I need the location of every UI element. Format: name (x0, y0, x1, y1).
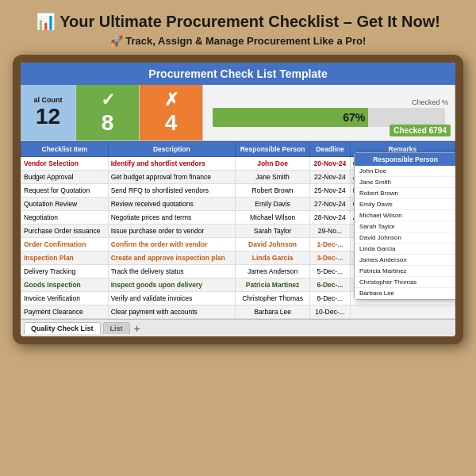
cell-remarks (350, 305, 455, 319)
dropdown-item[interactable]: Robert Brown (355, 188, 455, 199)
subtitle: 🚀 Track, Assign & Manage Procurement Lik… (16, 35, 460, 47)
cell-person: Jane Smith (236, 171, 310, 184)
cell-item: Goods Inspection (21, 278, 109, 292)
add-sheet-button[interactable]: + (134, 322, 140, 335)
col-description: Description (108, 142, 235, 157)
cell-desc: Clear payment with accounts (108, 305, 235, 319)
cell-desc: Verify and validate invoices (108, 292, 235, 305)
cell-person: Linda Garcia (236, 251, 310, 265)
cell-desc: Inspect goods upon delivery (108, 278, 235, 292)
top-banner: 📊 Your Ultimate Procurement Checklist – … (0, 0, 476, 55)
responsible-person-dropdown[interactable]: Responsible Person John DoeJane SmithRob… (354, 152, 455, 300)
cell-item: Quotation Review (21, 198, 109, 211)
cell-deadline: 29-No... (310, 225, 351, 238)
cell-item: Budget Approval (21, 171, 109, 184)
cross-count: 4 (165, 110, 178, 136)
cell-item: Delivery Tracking (21, 265, 109, 278)
dropdown-item[interactable]: Christopher Thomas (355, 277, 455, 288)
cross-symbol: ✗ (164, 90, 178, 110)
dropdown-item[interactable]: Patricia Martinez (355, 266, 455, 277)
checked-cell: ✓ 8 (76, 85, 140, 140)
pct-label: Checked % (412, 98, 448, 106)
dropdown-item[interactable]: Jane Smith (355, 177, 455, 188)
cell-deadline: 28-Nov-24 (310, 211, 351, 225)
cell-person: Christopher Thomas (236, 292, 310, 305)
cell-item: Request for Quotation (21, 184, 109, 198)
cell-person: James Anderson (236, 265, 310, 278)
subtitle-icon: 🚀 (110, 35, 123, 47)
cell-deadline: 20-Nov-24 (310, 157, 351, 171)
cell-deadline: 27-Nov-24 (310, 198, 351, 211)
pct-value: 67% (343, 111, 365, 124)
count-value: 12 (36, 104, 60, 129)
dropdown-item[interactable]: Emily Davis (355, 199, 455, 210)
cell-desc: Create and approve inspection plan (108, 251, 235, 265)
cell-person: Patricia Martinez (236, 278, 310, 292)
cell-person: Robert Brown (236, 184, 310, 198)
table-row: Payment Clearance Clear payment with acc… (21, 305, 455, 319)
checked-badge: Checked 6794 (390, 125, 451, 136)
col-checklist-item: Checklist Item (21, 142, 109, 157)
total-count-cell: al Count 12 (21, 85, 76, 140)
cell-deadline: 25-Nov-24 (310, 184, 351, 198)
cell-item: Invoice Verification (21, 292, 109, 305)
cell-desc: Track the delivery status (108, 265, 235, 278)
summary-row: al Count 12 ✓ 8 ✗ 4 Checked % 67% (21, 85, 455, 141)
check-symbol: ✓ (101, 90, 115, 110)
cell-desc: Confirm the order with vendor (108, 238, 235, 251)
cell-deadline: 6-Dec-... (310, 278, 351, 292)
cell-item: Vendor Selection (21, 157, 109, 171)
tab-list[interactable]: List (103, 322, 130, 334)
check-count: 8 (102, 110, 114, 136)
cell-item: Payment Clearance (21, 305, 109, 319)
spreadsheet-frame: Procurement Check List Template al Count… (13, 55, 463, 344)
cell-deadline: 5-Dec-... (310, 265, 351, 278)
dropdown-header: Responsible Person (355, 153, 455, 166)
cell-person: John Doe (236, 157, 310, 171)
cell-item: Negotiation (21, 211, 109, 225)
cell-person: David Johnson (236, 238, 310, 251)
pct-bar: 67% (213, 108, 368, 127)
sheet-tabs: Quality Check List List + (21, 319, 455, 336)
tab-quality-check-list[interactable]: Quality Check List (24, 322, 101, 334)
cell-desc: Issue purchase order to vendor (108, 225, 235, 238)
cell-deadline: 8-Dec-... (310, 292, 351, 305)
cell-desc: Negotiate prices and terms (108, 211, 235, 225)
cell-item: Order Confirmation (21, 238, 109, 251)
cell-deadline: 22-Nov-24 (310, 171, 351, 184)
cell-deadline: 10-Dec-... (310, 305, 351, 319)
cell-person: Emily Davis (236, 198, 310, 211)
cell-desc: Get budget approval from finance (108, 171, 235, 184)
col-responsible-person: Responsible Person (236, 142, 310, 157)
cell-desc: Identify and shortlist vendors (108, 157, 235, 171)
title-text: Your Ultimate Procurement Checklist – Ge… (60, 13, 440, 30)
cell-deadline: 1-Dec-... (310, 238, 351, 251)
dropdown-item[interactable]: Barbara Lee (355, 288, 455, 299)
dropdown-item[interactable]: David Johnson (355, 232, 455, 244)
dropdown-item[interactable]: John Doe (355, 166, 455, 177)
cell-desc: Send RFQ to shortlisted vendors (108, 184, 235, 198)
dropdown-item[interactable]: Linda Garcia (355, 244, 455, 255)
unchecked-cell: ✗ 4 (140, 85, 203, 140)
cell-item: Purchase Order Issuance (21, 225, 109, 238)
count-label: al Count (34, 96, 63, 104)
cell-person: Barbara Lee (236, 305, 310, 319)
sheet-title: Procurement Check List Template (21, 63, 455, 85)
cell-deadline: 3-Dec-... (310, 251, 351, 265)
cell-person: Sarah Taylor (236, 225, 310, 238)
col-deadline: Deadline (310, 142, 351, 157)
dropdown-item[interactable]: Michael Wilson (355, 210, 455, 221)
cell-desc: Review received quotations (108, 198, 235, 211)
cell-item: Inspection Plan (21, 251, 109, 265)
dropdown-item[interactable]: Sarah Taylor (355, 221, 455, 232)
title-icon1: 📊 (36, 13, 56, 30)
dropdown-item[interactable]: James Anderson (355, 255, 455, 266)
page-title: 📊 Your Ultimate Procurement Checklist – … (16, 11, 460, 32)
cell-person: Michael Wilson (236, 211, 310, 225)
spreadsheet: Procurement Check List Template al Count… (21, 63, 455, 336)
